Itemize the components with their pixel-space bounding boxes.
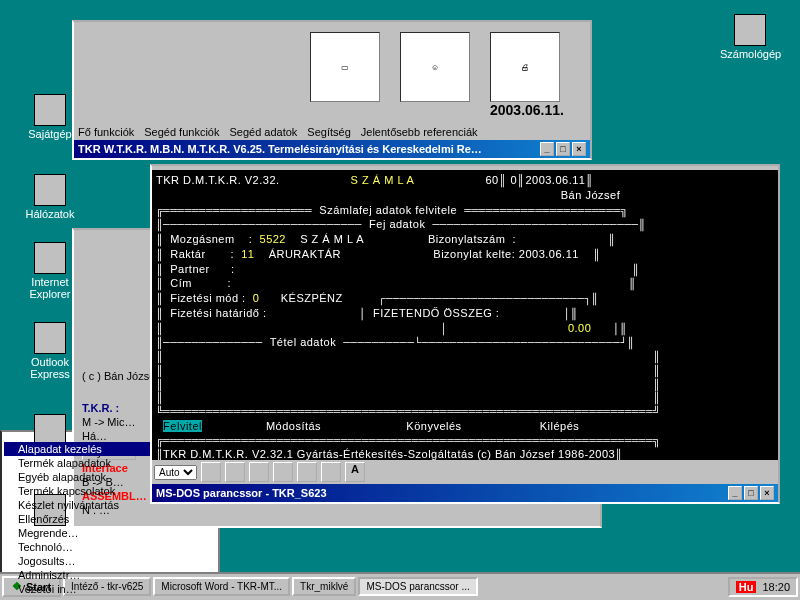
tree-item[interactable]: Adminisztr… [4,568,216,582]
tree-item[interactable]: Vezetői in… [4,582,216,596]
toolbar-button[interactable] [297,462,317,482]
menu-item[interactable]: Jelentősebb referenciák [361,126,478,138]
close-button[interactable]: × [760,486,774,500]
task-item-active[interactable]: MS-DOS parancssor ... [358,578,477,597]
network-icon [34,174,66,206]
dos-window: MS-DOS parancssor - TKR_S623 _ □ × Auto … [150,164,780,504]
maximize-button[interactable]: □ [744,486,758,500]
ie-icon [34,242,66,274]
date-display: 2003.06.11. [490,102,564,118]
menu-item[interactable]: Segéd adatok [229,126,297,138]
thumbnail-1: ▭ [310,32,380,102]
menu-item[interactable]: Segéd funkciók [144,126,219,138]
tree-item[interactable]: Megrende… [4,526,216,540]
toolbar-button[interactable] [249,462,269,482]
tkr-main-window: TKR W.T.K.R. M.B.N. M.T.K.R. V6.25. Term… [72,20,592,160]
calculator-icon [734,14,766,46]
lang-indicator[interactable]: Hu [736,581,757,593]
font-a-button[interactable]: A [345,462,365,482]
close-button[interactable]: × [572,142,586,156]
system-tray: Hu 18:20 [728,577,798,597]
dos-titlebar[interactable]: MS-DOS parancssor - TKR_S623 _ □ × [152,484,778,502]
menu-item[interactable]: Fő funkciók [78,126,134,138]
maximize-button[interactable]: □ [556,142,570,156]
font-size-select[interactable]: Auto [154,465,197,480]
tree-item[interactable]: Technoló… [4,540,216,554]
thumbnail-face: ☺ [400,32,470,102]
toolbar-button[interactable] [321,462,341,482]
window-title: MS-DOS parancssor - TKR_S623 [156,487,327,499]
desktop-icon-ie[interactable]: Internet Explorer [20,242,80,300]
dos-screen[interactable]: TKR D.M.T.K.R. V2.32. S Z Á M L A 60║ 0║… [152,170,778,460]
toolbar-button[interactable] [273,462,293,482]
desktop-icon-outlook[interactable]: Outlook Express [20,322,80,380]
clock: 18:20 [762,581,790,593]
task-item[interactable]: Tkr_miklvé [292,578,356,597]
dos-toolbar: Auto A [152,460,778,484]
tkr-menubar: Fő funkciók Segéd funkciók Segéd adatok … [74,124,590,140]
desktop-icon-calc[interactable]: Számológép [720,14,780,60]
minimize-button[interactable]: _ [540,142,554,156]
outlook-icon [34,322,66,354]
tree-item[interactable]: Ellenőrzés [4,512,216,526]
toolbar-button[interactable] [225,462,245,482]
minimize-button[interactable]: _ [728,486,742,500]
menu-item[interactable]: Segítség [307,126,350,138]
tkr-titlebar[interactable]: TKR W.T.K.R. M.B.N. M.T.K.R. V6.25. Term… [74,140,590,158]
thumbnail-printer: 🖨 [490,32,560,102]
desktop-icon-mycomputer[interactable]: Sajátgép [20,94,80,140]
window-title: TKR W.T.K.R. M.B.N. M.T.K.R. V6.25. Term… [78,143,482,155]
tkr-content: ▭ ☺ 🖨 2003.06.11. [74,26,590,124]
desktop-icon-network[interactable]: Hálózatok [20,174,80,220]
tree-item[interactable]: Jogosults… [4,554,216,568]
computer-icon [34,94,66,126]
toolbar-button[interactable] [201,462,221,482]
